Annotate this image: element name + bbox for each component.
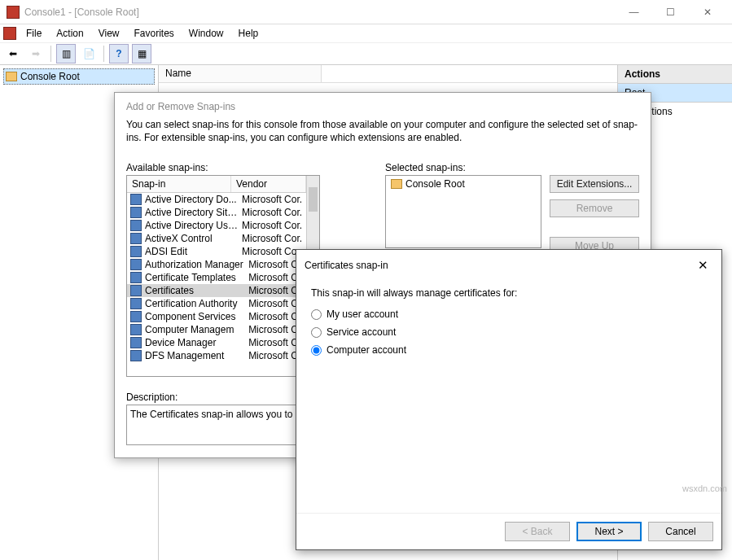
- snapin-name: Device Manager: [145, 337, 245, 348]
- snapin-icon: [130, 272, 142, 283]
- snapin-icon: [130, 298, 142, 309]
- tree-root[interactable]: Console Root: [3, 68, 155, 85]
- snapin-name: Active Directory Do...: [145, 194, 239, 205]
- show-tree-button[interactable]: ▥: [56, 44, 76, 63]
- selected-list[interactable]: Console Root: [385, 175, 541, 248]
- snapin-row[interactable]: ActiveX ControlMicrosoft Cor...: [127, 232, 306, 245]
- snapin-vendor: Microsoft Cor...: [242, 194, 303, 205]
- snapin-icon: [130, 337, 142, 348]
- wizard-title: Certificates snap-in: [305, 260, 388, 271]
- wizard-prompt: This snap-in will always manage certific…: [311, 287, 707, 299]
- snapin-name: DFS Management: [145, 350, 245, 361]
- snapin-name: Active Directory Site...: [145, 207, 239, 218]
- close-button[interactable]: ✕: [689, 1, 725, 24]
- toolbar: ⬅ ➡ ▥ 📄 ? ▦: [0, 42, 732, 65]
- snapin-vendor: Microsoft Co: [248, 285, 303, 296]
- maximize-button[interactable]: ☐: [652, 1, 689, 24]
- snapin-icon: [130, 311, 142, 322]
- snapin-row[interactable]: Component ServicesMicrosoft Co: [127, 310, 306, 323]
- selected-label: Selected snap-ins:: [385, 162, 639, 173]
- snapin-name: ADSI Edit: [145, 246, 239, 257]
- radio-service-input[interactable]: [311, 327, 322, 338]
- snapin-row[interactable]: Certification AuthorityMicrosoft Co: [127, 297, 306, 310]
- snapin-name: Certification Authority: [145, 298, 245, 309]
- available-label: Available snap-ins:: [126, 162, 320, 173]
- radio-my-user-label: My user account: [327, 308, 398, 320]
- radio-my-user[interactable]: My user account: [311, 305, 707, 323]
- snapin-icon: [130, 233, 142, 244]
- radio-computer-label: Computer account: [327, 344, 406, 356]
- snapin-vendor: Microsoft Co: [248, 272, 303, 283]
- snapin-vendor: Microsoft Cor...: [242, 246, 303, 257]
- snapin-name: Computer Managem: [145, 324, 245, 335]
- snapin-icon: [130, 220, 142, 231]
- window-title: Console1 - [Console Root]: [24, 7, 616, 18]
- selected-root-item[interactable]: Console Root: [388, 177, 539, 190]
- radio-service[interactable]: Service account: [311, 323, 707, 341]
- col-name[interactable]: Name: [159, 65, 322, 82]
- menu-favorites[interactable]: Favorites: [128, 26, 181, 41]
- dialog1-title: Add or Remove Snap-ins: [126, 101, 639, 119]
- export-button[interactable]: 📄: [79, 44, 99, 63]
- help-button[interactable]: ?: [109, 44, 129, 63]
- snapin-row[interactable]: Active Directory Do...Microsoft Cor...: [127, 193, 306, 206]
- snapin-row[interactable]: Certificate TemplatesMicrosoft Co: [127, 271, 306, 284]
- snapin-vendor: Microsoft Co: [248, 350, 303, 361]
- snapin-vendor: Microsoft Co: [248, 324, 303, 335]
- snapin-icon: [130, 350, 142, 361]
- folder-icon: [6, 72, 17, 81]
- minimize-button[interactable]: —: [616, 1, 652, 24]
- snapin-row[interactable]: ADSI EditMicrosoft Cor...: [127, 245, 306, 258]
- mmc-icon: [3, 27, 16, 40]
- radio-computer-input[interactable]: [311, 345, 322, 356]
- col-vendor[interactable]: Vendor: [231, 176, 306, 192]
- selected-root-label: Console Root: [405, 178, 465, 190]
- snapin-name: Active Directory Use...: [145, 220, 239, 231]
- snapin-row[interactable]: Device ManagerMicrosoft Co: [127, 336, 306, 349]
- col-snapin[interactable]: Snap-in: [127, 176, 231, 192]
- next-button[interactable]: Next >: [576, 522, 642, 541]
- snapin-name: Certificates: [145, 285, 245, 296]
- certificates-snapin-wizard: Certificates snap-in ✕ This snap-in will…: [296, 249, 722, 550]
- snapin-vendor: Microsoft Co: [248, 337, 303, 348]
- menu-window[interactable]: Window: [182, 26, 230, 41]
- snapin-vendor: Microsoft Co: [248, 311, 303, 322]
- snapin-icon: [130, 259, 142, 270]
- snapin-row[interactable]: Computer ManagemMicrosoft Co: [127, 323, 306, 336]
- snapin-vendor: Microsoft Co: [248, 259, 303, 270]
- radio-my-user-input[interactable]: [311, 309, 322, 320]
- folder-icon: [391, 179, 402, 189]
- dialog1-intro: You can select snap-ins for this console…: [126, 119, 639, 144]
- menu-help[interactable]: Help: [232, 26, 265, 41]
- snapin-row[interactable]: DFS ManagementMicrosoft Co: [127, 349, 306, 362]
- tree-root-label: Console Root: [20, 71, 80, 82]
- radio-computer[interactable]: Computer account: [311, 341, 707, 359]
- snapin-icon: [130, 207, 142, 218]
- snapin-vendor: Microsoft Cor...: [242, 220, 303, 231]
- menu-file[interactable]: File: [20, 26, 48, 41]
- snapin-vendor: Microsoft Cor...: [242, 233, 303, 244]
- snapin-icon: [130, 324, 142, 335]
- snapin-row[interactable]: Active Directory Use...Microsoft Cor...: [127, 219, 306, 232]
- wizard-close-button[interactable]: ✕: [693, 256, 713, 274]
- forward-button[interactable]: ➡: [26, 44, 46, 63]
- radio-service-label: Service account: [327, 326, 396, 338]
- snapin-name: Component Services: [145, 311, 245, 322]
- snapin-row[interactable]: Authorization ManagerMicrosoft Co: [127, 258, 306, 271]
- menu-view[interactable]: View: [92, 26, 126, 41]
- titlebar: Console1 - [Console Root] — ☐ ✕: [0, 0, 732, 24]
- remove-button[interactable]: Remove: [550, 199, 639, 217]
- edit-extensions-button[interactable]: Edit Extensions...: [550, 175, 639, 193]
- back-button[interactable]: ⬅: [3, 44, 23, 63]
- back-button[interactable]: < Back: [505, 522, 570, 541]
- menu-action[interactable]: Action: [50, 26, 90, 41]
- view-button[interactable]: ▦: [132, 44, 151, 63]
- actions-header: Actions: [618, 65, 732, 84]
- snapin-icon: [130, 285, 142, 296]
- cancel-button[interactable]: Cancel: [648, 522, 713, 541]
- snapin-row[interactable]: CertificatesMicrosoft Co: [127, 284, 306, 297]
- snapin-row[interactable]: Active Directory Site...Microsoft Cor...: [127, 206, 306, 219]
- available-list[interactable]: Snap-in Vendor Active Directory Do...Mic…: [126, 175, 320, 377]
- snapin-vendor: Microsoft Cor...: [242, 207, 303, 218]
- snapin-icon: [130, 194, 142, 205]
